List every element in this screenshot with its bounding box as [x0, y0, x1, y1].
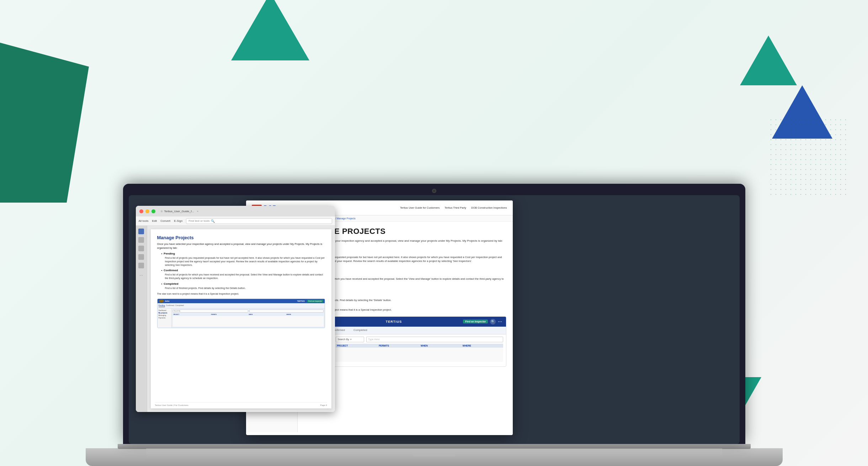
dob-nav-tertius-customers[interactable]: Tertius User Guide for Customers [400, 206, 440, 209]
pdf-footer: Tertius User Guide | For Customers Page … [155, 402, 327, 406]
pdf-confirmed-title: •Confirmed [161, 269, 325, 272]
pdf-sidebar-icon-1[interactable] [138, 229, 144, 234]
laptop-hinge [118, 444, 751, 449]
window-close-dot [139, 209, 143, 213]
dob-app-search-by-label: Search By [338, 338, 349, 341]
pdf-ss-btn: Find an Inspector [307, 300, 323, 302]
dob-app-col-permits: PERMITS [379, 344, 418, 347]
pdf-ss-body: Dashboard My projects Messaging Payments [158, 309, 325, 328]
pdf-sidebar-more[interactable]: ··· [139, 273, 143, 278]
laptop-screen-bezel: ☆ Tertius_User_Guide_f... × All tools Ed… [129, 195, 740, 444]
pdf-completed-section: •Completed Find a list of finished proje… [161, 282, 325, 290]
pdf-sidebar-icon-5[interactable] [138, 263, 144, 268]
pdf-viewer-window: ☆ Tertius_User_Guide_f... × All tools Ed… [136, 206, 335, 412]
dob-app-type-placeholder: Type Here [368, 338, 380, 341]
pdf-tab: ☆ Tertius_User_Guide_f... × [160, 210, 199, 213]
pdf-titlebar: ☆ Tertius_User_Guide_f... × [136, 206, 335, 216]
dob-app-col-project: PROJECT [337, 344, 376, 347]
pdf-confirmed-section: •Confirmed Find a list of projects for w… [161, 269, 325, 280]
pdf-pending-section: •Pending Find a list of projects you req… [161, 252, 325, 267]
dob-app-center: TERTIUS [386, 320, 402, 323]
dob-app-type-here-input[interactable]: Type Here [366, 337, 503, 342]
pdf-ss-table-body [173, 316, 324, 327]
pdf-ss-tabs: Pending Confirmed Completed [158, 303, 325, 309]
dob-nav-dob[interactable]: DOB Construction Inspections [471, 206, 507, 209]
dob-app-tab-completed[interactable]: Completed [349, 327, 372, 334]
dob-app-content-area: Search By ▾ Type Here [333, 334, 506, 366]
pdf-footer-right: Page 9 [320, 404, 327, 406]
pdf-body: ··· Manage Projects Once you have select… [136, 226, 335, 412]
pdf-ss-nav-item-2: My projects [159, 312, 170, 314]
background-scene: ☆ Tertius_User_Guide_f... × All tools Ed… [0, 0, 868, 466]
pdf-nav-esign[interactable]: E-Sign [174, 219, 182, 223]
pdf-ss-tab-confirmed: Confirmed [166, 304, 174, 307]
pdf-toolbar: All tools Edit Convert E-Sign Find text … [136, 216, 335, 226]
bg-dots-pattern [768, 117, 847, 195]
pdf-tab-close[interactable]: × [197, 210, 199, 213]
bg-tri-blue-right [772, 85, 832, 139]
pdf-ss-nav-item-4: Payments [159, 317, 170, 319]
dob-app-table-header-row: PROJECT PERMITS WHEN WHERE [336, 344, 503, 348]
pdf-page: Manage Projects Once you have selected y… [151, 229, 331, 408]
laptop-camera [433, 189, 436, 192]
dob-app-col-when: WHEN [421, 344, 460, 347]
pdf-tab-label: Tertius_User_Guide_f... [164, 210, 194, 213]
pdf-page-area: Manage Projects Once you have selected y… [147, 226, 335, 412]
pdf-pending-body: Find a list of projects you requested pr… [165, 256, 325, 267]
dob-app-right: Find an Inspector 🔍 ⋯ [463, 319, 502, 325]
dob-app-menu-icon[interactable]: ⋯ [498, 319, 502, 324]
dob-app-filter-row: Search By ▾ Type Here [336, 337, 503, 342]
pdf-footer-left: Tertius User Guide | For Customers [155, 404, 188, 406]
laptop-trackpad [413, 454, 456, 456]
pdf-nav-convert[interactable]: Convert [160, 219, 170, 223]
bg-tri-teal-right [740, 36, 797, 85]
dob-app-col-where: WHERE [463, 344, 502, 347]
dob-nav: Tertius User Guide for Customers Tertius… [400, 206, 507, 209]
pdf-search-icon: 🔍 [211, 219, 215, 223]
pdf-ss-avatar [159, 300, 164, 302]
pdf-ss-select: Search By [173, 310, 249, 312]
dob-app-table-body [336, 348, 503, 362]
pdf-search-label: Find text or tools [188, 219, 209, 223]
pdf-intro-text: Once you have selected your inspection a… [157, 242, 325, 250]
pdf-ss-nav-item-3: Messaging [159, 315, 170, 316]
laptop-screen-housing: ☆ Tertius_User_Guide_f... × All tools Ed… [123, 184, 745, 444]
pdf-completed-body: Find a list of finished projects. Find d… [165, 286, 325, 290]
bg-green-shape [0, 43, 89, 203]
pdf-search-bar[interactable]: Find text or tools 🔍 [186, 218, 332, 224]
window-minimize-dot [145, 209, 149, 213]
dob-app-search-by-select[interactable]: Search By ▾ [336, 337, 364, 342]
dob-app-search-icon[interactable]: 🔍 [490, 319, 496, 325]
pdf-sidebar-icon-2[interactable] [138, 237, 144, 243]
pdf-ss-input [249, 310, 324, 312]
pdf-ss-tab-pending: Pending [159, 304, 165, 307]
laptop-keyboard-deck [146, 449, 722, 461]
window-maximize-dot [151, 209, 155, 213]
pdf-sidebar-icon-3[interactable] [138, 246, 144, 251]
pdf-app-screenshot: John TERTIUS Find an Inspector [157, 299, 325, 328]
pdf-ss-block: John TERTIUS Find an Inspector [157, 299, 325, 328]
pdf-sidebar: ··· [136, 226, 147, 412]
pdf-confirmed-body: Find a list of projects for which you ha… [165, 273, 325, 280]
pdf-page-title: Manage Projects [157, 235, 325, 240]
dob-app-tertius-logo: TERTIUS [386, 320, 402, 323]
dob-app-find-inspector-btn[interactable]: Find an Inspector [463, 320, 488, 323]
pdf-sidebar-icon-4[interactable] [138, 254, 144, 260]
laptop-screen-content: ☆ Tertius_User_Guide_f... × All tools Ed… [129, 195, 740, 444]
pdf-ss-tertius: TERTIUS [297, 300, 304, 302]
dob-app-select-arrow: ▾ [350, 338, 352, 341]
pdf-nav-edit[interactable]: Edit [152, 219, 157, 223]
pdf-ss-nav-item-1: Dashboard [159, 310, 170, 311]
pdf-ss-table-header: PROJECT PERMITS WHEN WHERE [173, 313, 324, 316]
dob-nav-tertius-third[interactable]: Tertius Third Party [444, 206, 466, 209]
pdf-pending-title: •Pending [161, 252, 325, 255]
bg-tri-teal-top [231, 0, 309, 60]
pdf-ss-nav: Dashboard My projects Messaging Payments [158, 309, 172, 328]
pdf-star-note: The star icon next to a project means th… [157, 292, 325, 296]
pdf-ss-filter-row: Search By [173, 310, 324, 312]
pdf-ss-tab-completed: Completed [175, 304, 184, 307]
pdf-completed-title: •Completed [161, 282, 325, 285]
pdf-nav-alltools[interactable]: All tools [139, 219, 149, 223]
pdf-ss-content: Search By PROJECT PERMITS [172, 309, 325, 328]
pdf-ss-header: John TERTIUS Find an Inspector [158, 299, 325, 303]
